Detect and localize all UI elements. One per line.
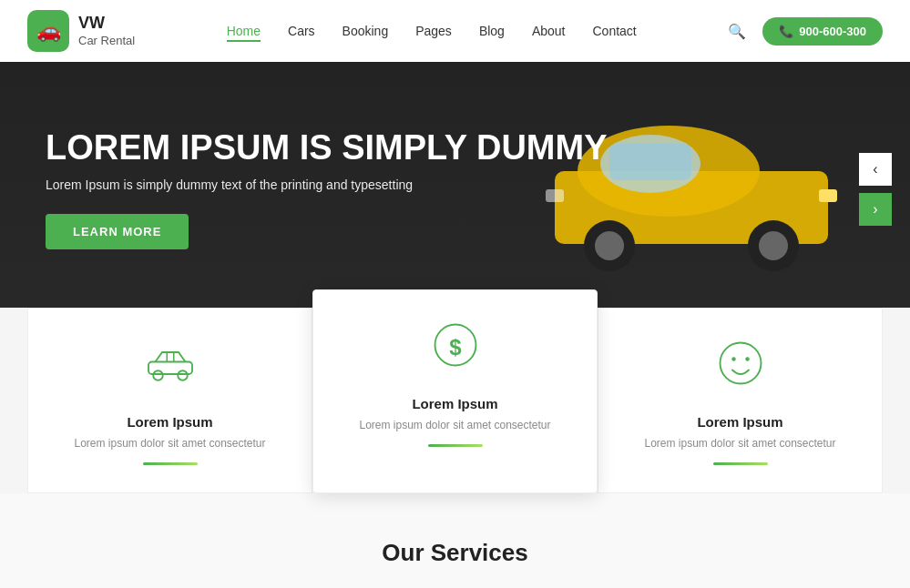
feature-card-3-title: Lorem Ipsum (617, 414, 864, 430)
feature-card-1-title: Lorem Ipsum (46, 414, 293, 430)
nav-item-home[interactable]: Home (227, 23, 261, 39)
hero-section: LOREM IPSUM IS SIMPLY DUMMY Lorem Ipsum … (0, 62, 910, 317)
hero-content: LOREM IPSUM IS SIMPLY DUMMY Lorem Ipsum … (0, 129, 653, 250)
feature-card-1: Lorem Ipsum Lorem ipsum dolor sit amet c… (27, 308, 312, 493)
nav-item-pages[interactable]: Pages (415, 23, 452, 39)
phone-icon: 📞 (779, 25, 793, 38)
logo: 🚗 VW Car Rental (27, 10, 135, 52)
feature-card-2-desc: Lorem ipsum dolor sit amet consectetur (332, 419, 578, 431)
hero-next-button[interactable]: › (859, 193, 892, 226)
nav-item-contact[interactable]: Contact (593, 23, 637, 39)
nav-right: 🔍 📞 900-600-300 (728, 17, 883, 46)
nav-link-booking[interactable]: Booking (343, 24, 389, 38)
nav-item-booking[interactable]: Booking (343, 23, 389, 39)
phone-number: 900-600-300 (799, 25, 866, 38)
nav-link-pages[interactable]: Pages (415, 24, 452, 38)
svg-point-17 (720, 343, 761, 384)
feature-card-3-desc: Lorem ipsum dolor sit amet consectetur (617, 437, 864, 450)
smile-icon (709, 336, 772, 400)
brand-subtitle: Car Rental (78, 34, 135, 48)
logo-icon: 🚗 (27, 10, 69, 52)
phone-button[interactable]: 📞 900-600-300 (762, 17, 883, 46)
car-icon (138, 336, 202, 400)
nav-link-cars[interactable]: Cars (288, 24, 315, 38)
nav-links: Home Cars Booking Pages Blog About Conta… (227, 23, 637, 39)
svg-text:$: $ (449, 335, 462, 360)
services-section: Our Services Services Title 1 Lorem ipsu… (0, 493, 910, 588)
nav-link-home[interactable]: Home (227, 24, 261, 42)
nav-item-about[interactable]: About (532, 23, 566, 39)
svg-point-11 (153, 370, 163, 380)
feature-card-3-divider (713, 462, 768, 465)
feature-card-2-title: Lorem Ipsum (332, 396, 578, 411)
nav-link-contact[interactable]: Contact (593, 24, 637, 38)
nav-item-cars[interactable]: Cars (288, 23, 315, 39)
svg-point-18 (731, 357, 736, 361)
feature-card-2-divider (428, 444, 483, 447)
navbar: 🚗 VW Car Rental Home Cars Booking Pages … (0, 0, 910, 62)
feature-card-1-divider (143, 462, 198, 465)
hero-prev-button[interactable]: ‹ (859, 153, 892, 186)
svg-rect-8 (819, 189, 837, 202)
feature-card-3: Lorem Ipsum Lorem ipsum dolor sit amet c… (598, 308, 883, 493)
svg-point-7 (759, 231, 788, 260)
nav-link-blog[interactable]: Blog (479, 24, 505, 38)
nav-item-blog[interactable]: Blog (479, 23, 505, 39)
services-title: Our Services (27, 539, 883, 567)
search-icon[interactable]: 🔍 (728, 23, 746, 40)
hero-title: LOREM IPSUM IS SIMPLY DUMMY (46, 129, 608, 167)
svg-point-12 (178, 370, 188, 380)
svg-point-19 (745, 357, 750, 361)
feature-card-1-desc: Lorem ipsum dolor sit amet consectetur (46, 437, 293, 450)
dollar-icon: $ (424, 318, 487, 381)
nav-link-about[interactable]: About (532, 24, 566, 38)
hero-subtitle: Lorem Ipsum is simply dummy text of the … (46, 177, 608, 192)
hero-cta-button[interactable]: LEARN MORE (46, 214, 189, 249)
brand-name: VW (78, 14, 135, 34)
feature-cards: Lorem Ipsum Lorem ipsum dolor sit amet c… (0, 308, 910, 493)
feature-card-2: $ Lorem Ipsum Lorem ipsum dolor sit amet… (312, 289, 598, 493)
